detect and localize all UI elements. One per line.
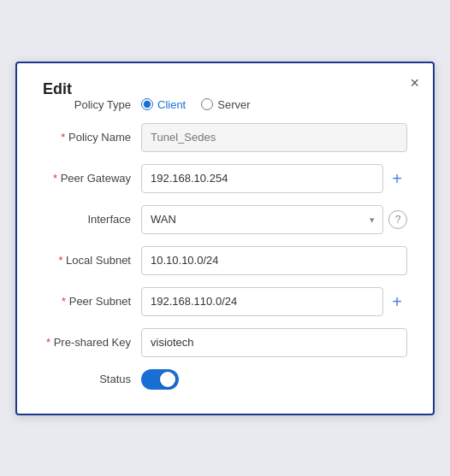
interface-select-wrapper: WAN ▾ [141, 205, 383, 234]
required-star-peer-gw: * [53, 172, 57, 185]
status-label: Status [43, 373, 141, 385]
peer-subnet-input[interactable] [141, 287, 383, 316]
local-subnet-label: * Local Subnet [43, 254, 141, 267]
pre-shared-key-label: * Pre-shared Key [43, 336, 141, 349]
peer-gateway-row: * Peer Gateway + [43, 164, 407, 193]
interface-label: Interface [43, 213, 141, 226]
local-subnet-row: * Local Subnet [43, 246, 407, 275]
radio-client-label: Client [157, 98, 186, 111]
peer-gateway-add-button[interactable]: + [387, 170, 407, 187]
policy-name-input[interactable] [141, 123, 407, 152]
policy-type-group: Client Server [141, 98, 251, 111]
radio-client[interactable]: Client [141, 98, 186, 111]
help-icon[interactable]: ? [388, 210, 407, 229]
required-star-psk: * [46, 336, 50, 349]
policy-type-label: Policy Type [43, 98, 141, 111]
status-row: Status [43, 369, 407, 390]
pre-shared-key-input[interactable] [141, 328, 407, 357]
peer-subnet-add-button[interactable]: + [387, 293, 407, 310]
policy-name-row: * Policy Name [43, 123, 407, 152]
interface-select[interactable]: WAN [141, 205, 383, 234]
required-star-local: * [58, 254, 62, 267]
toggle-slider [141, 369, 179, 390]
radio-server[interactable]: Server [201, 98, 250, 111]
policy-name-label: * Policy Name [43, 131, 141, 144]
close-button[interactable]: × [410, 75, 419, 91]
interface-row: Interface WAN ▾ ? [43, 205, 407, 234]
peer-subnet-row: * Peer Subnet + [43, 287, 407, 316]
modal-title: Edit [43, 80, 72, 97]
required-star-peer-subnet: * [62, 295, 66, 308]
radio-server-label: Server [217, 98, 250, 111]
local-subnet-input[interactable] [141, 246, 407, 275]
status-toggle[interactable] [141, 369, 179, 390]
edit-modal: Edit × Policy Type Client Server * Polic… [15, 62, 435, 415]
required-star-policy: * [61, 131, 65, 144]
radio-server-input[interactable] [201, 98, 213, 110]
modal-overlay: Edit × Policy Type Client Server * Polic… [0, 0, 450, 476]
peer-subnet-label: * Peer Subnet [43, 295, 141, 308]
policy-type-row: Policy Type Client Server [43, 98, 407, 111]
peer-gateway-label: * Peer Gateway [43, 172, 141, 185]
peer-gateway-input[interactable] [141, 164, 383, 193]
pre-shared-key-row: * Pre-shared Key [43, 328, 407, 357]
radio-client-input[interactable] [141, 98, 153, 110]
